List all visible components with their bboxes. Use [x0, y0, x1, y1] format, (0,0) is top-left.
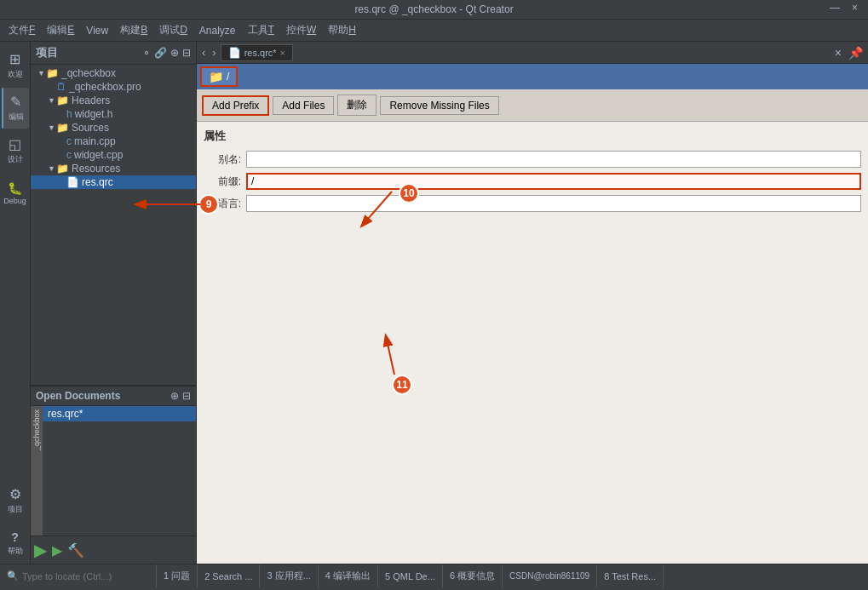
- open-docs-collapse-icon[interactable]: ⊟: [182, 390, 191, 402]
- prefix-folder-icon: 📁: [209, 70, 223, 83]
- action-buttons-bar: Add Prefix Add Files 删除 Remove Missing F…: [197, 89, 868, 122]
- expand-icon[interactable]: ⊕: [170, 47, 179, 59]
- properties-label: 属性: [204, 129, 861, 144]
- alias-label: 别名:: [204, 152, 246, 167]
- delete-button[interactable]: 删除: [337, 95, 377, 116]
- debug-run-btn[interactable]: ▶: [52, 542, 62, 558]
- tree-item-widget-h[interactable]: h widget.h: [31, 107, 196, 121]
- prefix-input[interactable]: [246, 173, 861, 190]
- main-area: ⊞ 欢迎 ✎ 编辑 ◱ 设计 🐛 Debug ⚙ 项目 ? 帮助: [0, 42, 868, 564]
- language-label: 语言:: [204, 197, 246, 211]
- sidebar-design[interactable]: ◱ 设计: [2, 130, 29, 171]
- tree-item-main-cpp[interactable]: c main.cpp: [31, 135, 196, 148]
- prefix-row: 前缀:: [204, 173, 861, 190]
- status-app[interactable]: 3 应用程...: [260, 564, 318, 587]
- menu-edit[interactable]: 编辑E: [42, 21, 79, 39]
- menu-view[interactable]: View: [81, 23, 113, 38]
- project-panel-header: 项目 ⚬ 🔗 ⊕ ⊟: [31, 42, 196, 65]
- menu-build[interactable]: 构建B: [115, 21, 152, 39]
- status-qml[interactable]: 5 QML De...: [378, 564, 443, 587]
- tree-item-res-qrc[interactable]: 📄 res.qrc: [31, 175, 196, 189]
- search-icon: 🔍: [7, 570, 19, 581]
- back-btn[interactable]: ‹: [198, 44, 209, 60]
- run-btn[interactable]: ▶: [34, 540, 47, 560]
- menu-tools[interactable]: 工具T: [243, 21, 279, 39]
- project-panel-title: 项目: [36, 45, 58, 60]
- tree-item-widget-cpp[interactable]: c widget.cpp: [31, 148, 196, 162]
- tree-item-headers[interactable]: ▼ 📁 Headers: [31, 94, 196, 107]
- prefix-tab[interactable]: 📁 /: [200, 66, 238, 87]
- prefix-path: /: [227, 71, 229, 83]
- sidebar-project[interactable]: ⚙ 项目: [2, 480, 29, 521]
- sidebar-welcome[interactable]: ⊞ 欢迎: [2, 45, 29, 86]
- menu-analyze[interactable]: Analyze: [194, 23, 241, 38]
- add-prefix-button[interactable]: Add Prefix: [202, 95, 269, 116]
- menu-controls[interactable]: 控件W: [281, 21, 321, 39]
- status-user: CSDN@robin861109: [503, 564, 597, 587]
- status-search[interactable]: 2 Search ...: [198, 564, 260, 587]
- title-bar: res.qrc @ _qcheckbox - Qt Creator — ×: [0, 0, 868, 20]
- status-test[interactable]: 8 Test Res...: [597, 564, 664, 587]
- tab-file-icon: 📄: [228, 47, 241, 59]
- sidebar-debug[interactable]: 🐛 Debug: [2, 173, 29, 214]
- sidebar-help[interactable]: ? 帮助: [2, 523, 29, 564]
- menu-bar: 文件F 编辑E View 构建B 调试D Analyze 工具T 控件W 帮助H: [0, 20, 868, 42]
- status-summary[interactable]: 6 概要信息: [443, 564, 503, 587]
- close-btn[interactable]: ×: [848, 2, 861, 14]
- project-tree: ▼ 📁 _qcheckbox 🗒 _qcheckbox.pro ▼ 📁 Head…: [31, 65, 196, 385]
- search-area: 🔍: [3, 564, 157, 587]
- tab-label: res.qrc*: [244, 48, 277, 58]
- resource-editor: 📁 / Add Prefix Add Files 删除 Remove Missi…: [197, 64, 868, 564]
- status-issues[interactable]: 1 问题: [157, 564, 198, 587]
- tabs-bar: ‹ › 📄 res.qrc* × × 📌: [197, 42, 868, 64]
- minimize-btn[interactable]: —: [826, 2, 843, 14]
- project-panel: 项目 ⚬ 🔗 ⊕ ⊟ ▼ 📁 _qcheckbox: [31, 42, 197, 385]
- alias-input[interactable]: [246, 151, 861, 168]
- tab-close-btn[interactable]: ×: [280, 48, 285, 58]
- tree-item-resources[interactable]: ▼ 📁 Resources: [31, 162, 196, 175]
- link-icon[interactable]: 🔗: [154, 47, 167, 59]
- properties-section: 属性 别名: 前缀: 语言:: [197, 122, 868, 564]
- prefix-tab-bar: 📁 /: [197, 64, 868, 89]
- pin-btn[interactable]: 📌: [845, 46, 866, 60]
- open-doc-res-qrc[interactable]: res.qrc*: [43, 406, 196, 421]
- left-panels: 项目 ⚬ 🔗 ⊕ ⊟ ▼ 📁 _qcheckbox: [31, 42, 197, 564]
- status-bar: 🔍 1 问题 2 Search ... 3 应用程... 4 编译输出 5 QM…: [0, 564, 868, 587]
- locate-input[interactable]: [22, 571, 141, 581]
- language-input[interactable]: [246, 195, 861, 212]
- status-compile[interactable]: 4 编译输出: [319, 564, 378, 587]
- collapse-icon[interactable]: ⊟: [182, 47, 191, 59]
- prefix-label: 前缀:: [204, 175, 246, 189]
- forward-btn[interactable]: ›: [209, 44, 219, 60]
- open-docs-title: Open Documents: [36, 390, 120, 402]
- sidebar-edit[interactable]: ✎ 编辑: [2, 88, 29, 129]
- open-docs-panel: Open Documents ⊕ ⊟ _qcheckbox res.qrc*: [31, 385, 197, 564]
- filter-icon[interactable]: ⚬: [142, 47, 151, 59]
- language-row: 语言:: [204, 195, 861, 212]
- tab-res-qrc[interactable]: 📄 res.qrc* ×: [221, 44, 293, 61]
- alias-row: 别名:: [204, 151, 861, 168]
- menu-help[interactable]: 帮助H: [323, 21, 361, 39]
- tree-item-sources[interactable]: ▼ 📁 Sources: [31, 121, 196, 135]
- close-editor-btn[interactable]: ×: [831, 46, 845, 60]
- right-content-area: ‹ › 📄 res.qrc* × × 📌 📁 /: [197, 42, 868, 564]
- left-icon-column: ⊞ 欢迎 ✎ 编辑 ◱ 设计 🐛 Debug ⚙ 项目 ? 帮助: [0, 42, 31, 564]
- open-docs-expand-icon[interactable]: ⊕: [170, 390, 179, 402]
- tree-item-qcheckbox-pro[interactable]: 🗒 _qcheckbox.pro: [31, 80, 196, 94]
- menu-file[interactable]: 文件F: [3, 21, 40, 39]
- tree-item-qcheckbox[interactable]: ▼ 📁 _qcheckbox: [31, 66, 196, 80]
- menu-debug[interactable]: 调试D: [154, 21, 193, 39]
- open-docs-list: _qcheckbox res.qrc*: [31, 406, 196, 536]
- open-docs-header: Open Documents ⊕ ⊟: [31, 386, 196, 406]
- window-title: res.qrc @ _qcheckbox - Qt Creator: [354, 3, 513, 15]
- add-files-button[interactable]: Add Files: [273, 96, 334, 115]
- hammer-icon[interactable]: 🔨: [67, 542, 84, 558]
- remove-missing-files-button[interactable]: Remove Missing Files: [380, 96, 498, 115]
